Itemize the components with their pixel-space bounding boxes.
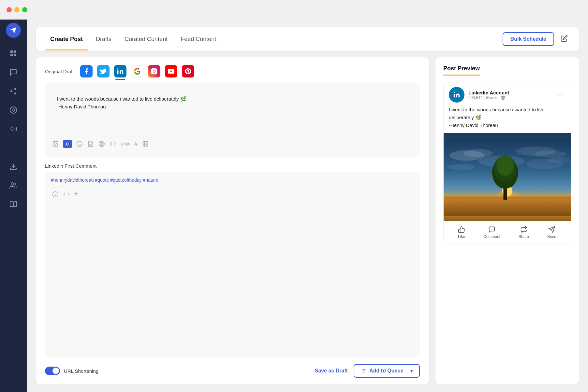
code-icon [110,141,116,147]
url-shortening-toggle[interactable] [45,367,60,375]
sidebar-item-inbox[interactable] [7,66,20,79]
svg-point-27 [54,143,55,144]
platform-youtube[interactable] [165,65,177,77]
sidebar-item-dashboard[interactable] [7,47,20,60]
add-to-queue-button[interactable]: Add to Queue ▾ [354,364,420,378]
tab-curated-content[interactable]: Curated Content [119,28,173,50]
support-icon [9,106,17,114]
svg-rect-2 [10,54,13,56]
platform-google[interactable] [131,65,143,77]
preview-account-meta: 690,644 follower · [468,95,558,100]
sidebar-item-team[interactable] [7,179,20,192]
platform-linkedin[interactable] [114,65,126,77]
save-draft-button[interactable]: Save as Draft [315,368,348,374]
preview-more-button[interactable]: ··· [558,91,566,99]
post-preview-panel: Post Preview Linkedin Acc [435,57,579,384]
preview-like-button[interactable]: Like [458,226,465,239]
image-icon [52,141,59,147]
grid-icon [9,49,17,57]
send-icon [10,27,17,34]
platform-twitter[interactable] [97,65,110,77]
team-icon [9,182,17,189]
preview-text-line2: -Henny David Thoreau [449,121,566,129]
download-icon [9,163,17,171]
library-icon [9,201,17,208]
toolbar-target-icon[interactable] [98,141,105,147]
toolbar-hashtag-icon[interactable]: # [134,141,138,147]
sidebar-item-analytics[interactable] [7,141,20,154]
svg-point-63 [447,164,476,170]
svg-point-58 [464,149,493,157]
emoji-icon [52,191,59,198]
preview-share-button[interactable]: Share [519,226,529,239]
preview-text-line1: I went to the woods because i wanted to … [449,106,566,121]
sidebar-item-download[interactable] [7,160,20,173]
linkedin-avatar-icon [453,91,460,98]
svg-rect-1 [14,50,16,53]
queue-dropdown-caret[interactable]: ▾ [407,368,413,373]
toolbar-code-icon[interactable] [110,141,116,147]
svg-line-7 [12,92,15,93]
bottom-actions: Save as Draft Add to Queue [315,364,420,378]
toolbar-content-studio-icon[interactable]: C [63,140,72,148]
svg-rect-50 [454,94,455,97]
close-button[interactable] [7,7,12,12]
facebook-icon [83,68,90,75]
export-icon [561,35,568,42]
tab-feed-content[interactable]: Feed Content [175,28,221,50]
preview-actions: Like Comment [444,221,571,244]
svg-point-28 [77,141,82,147]
target-icon [98,141,105,147]
preview-card: Linkedin Account 690,644 follower · [443,82,571,244]
sidebar-item-network[interactable] [7,85,20,98]
comment-emoji-icon[interactable] [52,191,59,198]
original-draft-label: Original Draft [45,69,74,74]
followers-count: 690,644 follower [468,95,497,100]
toolbar-utm-label[interactable]: UTM [121,142,130,147]
post-editor: Original Draft [36,57,429,384]
svg-point-34 [100,142,103,146]
platform-instagram[interactable] [148,65,160,77]
globe-icon [501,95,505,100]
sidebar-item-support[interactable] [7,104,20,117]
toolbar-document-icon[interactable] [87,141,94,147]
tab-navigation: Create Post Drafts Curated Content Feed … [45,28,503,50]
platform-facebook[interactable] [80,65,93,77]
send-icon [548,226,555,233]
tab-create-post[interactable]: Create Post [45,28,88,50]
svg-point-35 [101,143,102,144]
maximize-button[interactable] [22,7,27,12]
platform-row: Original Draft [45,65,420,77]
toolbar-emoji-icon[interactable] [76,141,83,147]
svg-rect-21 [117,70,119,74]
instagram-icon [151,68,158,75]
comment-hashtag-icon[interactable]: # [74,191,78,198]
active-indicator [115,79,125,80]
preview-comment-button[interactable]: Comment [483,226,500,239]
export-icon-button[interactable] [559,33,570,46]
minimize-button[interactable] [14,7,20,12]
preview-avatar [449,87,464,103]
toolbar-media-icon[interactable] [52,141,59,147]
svg-rect-65 [444,197,571,216]
sidebar-item-megaphone[interactable] [7,122,20,135]
preview-send-button[interactable]: Send [547,226,556,239]
tab-drafts[interactable]: Drafts [91,28,117,50]
comment-code-icon[interactable] [63,191,70,198]
svg-point-4 [14,88,16,90]
bulk-schedule-button[interactable]: Bulk Schedule [503,32,554,46]
platform-pinterest[interactable] [182,65,194,77]
sidebar-item-library[interactable] [7,198,20,211]
post-text-input[interactable] [51,89,414,135]
tab-bar: Create Post Drafts Curated Content Feed … [36,27,579,51]
main-content: Create Post Drafts Curated Content Feed … [27,0,588,392]
share-icon [520,226,527,233]
document-icon [87,141,94,147]
toolbar-table-icon[interactable] [142,141,149,147]
url-shortening-toggle-group: URL Shortening [45,367,98,375]
sidebar-logo[interactable] [6,23,21,38]
editor-toolbar: C [51,136,414,151]
svg-rect-0 [10,50,13,53]
send-label: Send [547,234,556,239]
table-icon [142,141,149,147]
